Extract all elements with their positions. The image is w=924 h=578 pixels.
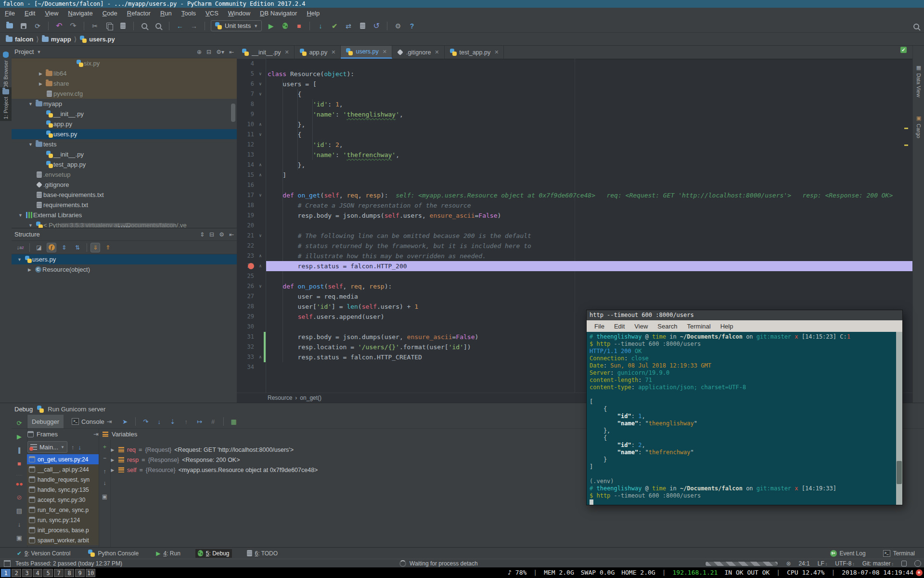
code-line-13[interactable]: 'name': 'thefrenchway', <box>266 150 912 160</box>
lock-icon[interactable] <box>901 561 907 566</box>
code-line-10[interactable]: }, <box>266 119 912 130</box>
tab-console[interactable]: Console⇥ <box>67 415 116 428</box>
gutter-line-24[interactable]: 24∧ <box>237 261 266 271</box>
tree-arrow-icon[interactable]: ▶ <box>37 81 45 86</box>
frame-row[interactable]: handle_request, syn <box>27 474 99 485</box>
close-icon[interactable]: ✕ <box>494 49 499 55</box>
gutter-line-4[interactable]: 4 <box>237 59 266 69</box>
gutter-line-16[interactable]: 16 <box>237 180 266 190</box>
breadcrumb-item[interactable]: users.py <box>79 36 115 43</box>
save-button[interactable] <box>19 21 28 31</box>
breadcrumb-item[interactable]: falcon <box>6 36 33 43</box>
fold-marker-icon[interactable]: ∨ <box>257 89 264 99</box>
tree-arrow-icon[interactable]: ▼ <box>16 213 25 218</box>
gutter-line-6[interactable]: 6∨ <box>237 79 266 89</box>
menu-code[interactable]: Code <box>98 8 122 19</box>
line-ending-widget[interactable]: LF↕ <box>818 560 828 567</box>
gutter-line-27[interactable]: 27 <box>237 291 266 302</box>
menu-view[interactable]: View <box>40 8 63 19</box>
code-line-25[interactable] <box>266 271 912 281</box>
view-breakpoints-button[interactable]: ●● <box>12 478 27 489</box>
code-line-24[interactable]: resp.status = falcon.HTTP_200 <box>266 261 912 271</box>
tree-item-test_app.py[interactable]: test_app.py <box>12 159 237 170</box>
frame-row[interactable]: run, sync.py:124 <box>27 515 99 525</box>
editor-tab-users.py[interactable]: users.py✕ <box>341 46 392 59</box>
toolwindow-toggle-icon[interactable] <box>4 560 11 567</box>
code-line-26[interactable]: def on_post(self, req, resp): <box>266 281 912 291</box>
copy-button[interactable] <box>104 21 114 31</box>
gutter-line-15[interactable]: 15∧ <box>237 170 266 180</box>
settings-button[interactable]: ⚙ <box>393 21 403 31</box>
frame-row[interactable]: __call__, api.py:244 <box>27 464 99 474</box>
gutter-line-19[interactable]: 19 <box>237 210 266 221</box>
stop-button[interactable]: ■ <box>294 21 304 31</box>
tab-debugger[interactable]: Debugger <box>27 415 64 428</box>
workspace-1[interactable]: 1 <box>1 569 11 577</box>
tree-item-.envsetup[interactable]: .envsetup <box>12 170 237 180</box>
menu-edit[interactable]: Edit <box>20 8 40 19</box>
workspace-8[interactable]: 8 <box>64 569 74 577</box>
rerun-button[interactable]: ⟳ <box>12 418 27 428</box>
vcs-update-button[interactable]: ↓ <box>316 21 325 31</box>
fold-marker-icon[interactable]: ∨ <box>257 69 264 79</box>
layout-settings-button[interactable]: ▦ <box>229 418 239 425</box>
frame-down-button[interactable]: ↓ <box>78 444 81 451</box>
frame-row[interactable]: init_process, base.p <box>27 525 99 535</box>
toolwindow-python-console[interactable]: Python Console <box>85 549 141 558</box>
close-icon[interactable]: ✕ <box>435 49 439 55</box>
back-button[interactable]: ← <box>175 21 185 31</box>
tree-item-.gitignore[interactable]: .gitignore <box>12 180 237 190</box>
locate-file-button[interactable]: ⊕ <box>197 49 202 55</box>
tree-arrow-icon[interactable]: ▼ <box>15 257 24 262</box>
tree-arrow-icon[interactable]: ▼ <box>26 223 35 228</box>
scroll-to-frame-button[interactable]: ↓ <box>12 519 27 529</box>
copy-frames-button[interactable]: ▣ <box>12 532 27 543</box>
gutter-line-33[interactable]: 33∧ <box>237 352 266 362</box>
frame-row[interactable]: spawn_worker, arbit <box>27 535 99 545</box>
evaluate-expression-button[interactable]: # <box>208 418 218 425</box>
code-line-18[interactable]: # Create a JSON representation of the re… <box>266 200 912 210</box>
collapse-all-button[interactable]: ⊟ <box>209 231 214 238</box>
run-button[interactable]: ▶ <box>266 21 276 31</box>
fold-marker-icon[interactable]: ∧ <box>257 160 264 170</box>
toolwindow-9-version-control[interactable]: ✔9: Version Control <box>14 549 73 558</box>
splitter-handle[interactable]: ••••• <box>118 224 131 228</box>
pin-icon[interactable]: ⇥ <box>93 431 99 438</box>
structure-item-users.py[interactable]: ▼users.py <box>12 254 237 264</box>
code-line-9[interactable]: 'name': 'theenglishway', <box>266 109 912 119</box>
inspection-status-icon[interactable]: ✓ <box>900 47 907 53</box>
cut-button[interactable]: ✂ <box>90 21 100 31</box>
menu-tools[interactable]: Tools <box>177 8 201 19</box>
tool-strip-db-browser[interactable]: DB Browser <box>0 50 12 91</box>
tree-arrow-icon[interactable]: ▶ <box>37 71 45 76</box>
forward-button[interactable]: → <box>189 21 199 31</box>
tree-item-myapp[interactable]: ▼myapp <box>12 99 237 109</box>
gutter-line-7[interactable]: 7∨ <box>237 89 266 99</box>
terminal-menu-view[interactable]: View <box>629 323 653 330</box>
tree-arrow-icon[interactable]: ▼ <box>26 142 35 147</box>
gutter-line-30[interactable]: 30 <box>237 322 266 332</box>
frame-row[interactable]: accept, sync.py:30 <box>27 495 99 505</box>
tree-item-share[interactable]: ▶share <box>12 79 237 89</box>
code-line-11[interactable]: { <box>266 130 912 140</box>
gutter-line-21[interactable]: 21∨ <box>237 231 266 241</box>
gutter-line-23[interactable]: 23∧ <box>237 251 266 261</box>
editor-tab-test_app.py[interactable]: test_app.py✕ <box>445 46 504 59</box>
code-line-12[interactable]: 'id': 2, <box>266 140 912 150</box>
code-line-6[interactable]: users = [ <box>266 79 912 89</box>
editor-tab-__init__.py[interactable]: __init__.py✕ <box>237 46 295 59</box>
frame-up-button[interactable]: ↑ <box>71 444 75 451</box>
terminal-scrollbar[interactable] <box>896 332 902 505</box>
tree-item-requirements.txt[interactable]: requirements.txt <box>12 200 237 210</box>
code-line-4[interactable] <box>266 59 912 69</box>
gutter-line-32[interactable]: 32 <box>237 342 266 352</box>
add-watch-button[interactable]: ＋ <box>99 442 110 451</box>
stop-button[interactable]: ■ <box>12 458 27 469</box>
expand-all-button[interactable]: ⇕ <box>200 231 205 238</box>
terminal-title-bar[interactable]: http --timeout 600 :8000/users <box>587 310 902 320</box>
terminal-menu-search[interactable]: Search <box>653 323 682 330</box>
menu-navigate[interactable]: Navigate <box>63 8 97 19</box>
notification-icon[interactable] <box>916 569 923 576</box>
help-button[interactable]: ? <box>407 21 417 31</box>
menu-refactor[interactable]: Refactor <box>122 8 155 19</box>
